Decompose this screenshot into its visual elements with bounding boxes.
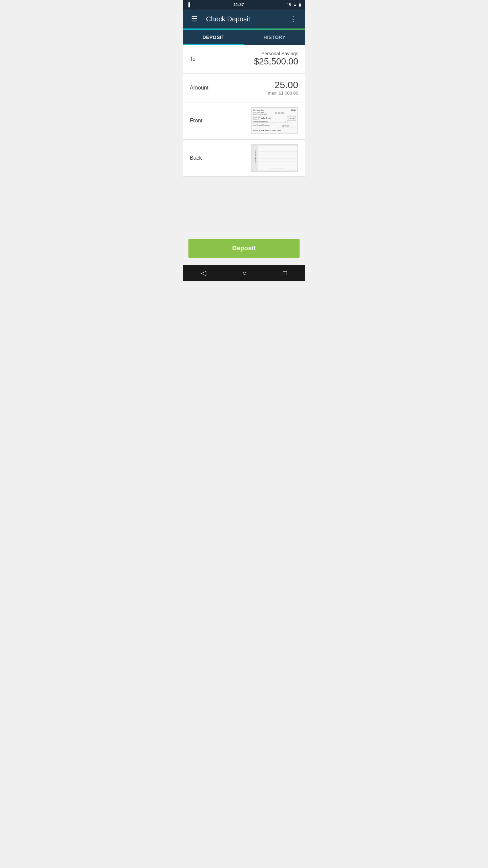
svg-text:⑆000030164⑆  000035297⑆  1000: ⑆000030164⑆ 000035297⑆ 1000 <box>253 130 281 132</box>
to-value-block: Personal Savings $25,500.00 <box>254 51 298 67</box>
back-check-image: For Mobile Deposit Endorse Here Do not w… <box>251 145 298 171</box>
tab-deposit[interactable]: DEPOSIT <box>183 30 244 45</box>
account-balance: $25,500.00 <box>254 56 298 67</box>
front-check-thumbnail[interactable]: Ms. Jane Doe 1234 Some Street Beach Town… <box>251 107 298 134</box>
svg-text:July 29, 2010: July 29, 2010 <box>275 112 284 114</box>
home-nav-icon: ○ <box>242 269 246 277</box>
recents-nav-button[interactable]: □ <box>274 267 295 280</box>
more-options-button[interactable]: ⋮ <box>287 12 300 26</box>
back-nav-icon: ◁ <box>201 269 206 277</box>
bottom-nav: ◁ ○ □ <box>183 265 305 281</box>
battery-icon: ▮ <box>299 3 301 7</box>
svg-text:Ms. Jane Doe: Ms. Jane Doe <box>253 109 264 111</box>
hamburger-icon: ☰ <box>191 15 198 23</box>
amount-label: Amount <box>190 85 208 91</box>
amount-field-row[interactable]: Amount 25.00 max: $1,000.00 <box>183 74 305 102</box>
status-time: 11:37 <box>233 2 244 7</box>
back-check-thumbnail[interactable]: For Mobile Deposit Endorse Here Do not w… <box>251 144 298 172</box>
bluetooth-icon: ʿB <box>287 3 291 7</box>
front-label: Front <box>190 118 202 124</box>
recents-nav-icon: □ <box>283 269 287 277</box>
wifi-icon: ▲ <box>293 3 297 7</box>
tab-history[interactable]: HISTORY <box>244 30 305 45</box>
svg-text:Signature: Signature <box>282 125 289 127</box>
svg-text:Dollars: Dollars <box>285 121 289 123</box>
svg-text:Twenty-five and 0/100: Twenty-five and 0/100 <box>253 121 268 123</box>
svg-text:$ 25.00: $ 25.00 <box>288 118 295 120</box>
account-name: Personal Savings <box>254 51 298 56</box>
amount-max: max: $1,000.00 <box>268 91 298 96</box>
home-nav-button[interactable]: ○ <box>234 267 255 280</box>
amount-value-block: 25.00 max: $1,000.00 <box>268 80 298 96</box>
svg-text:John Smith: John Smith <box>261 117 271 119</box>
svg-text:Endorse Here: Endorse Here <box>255 157 256 164</box>
back-nav-button[interactable]: ◁ <box>193 266 214 280</box>
svg-text:Your Financial Institution: Your Financial Institution <box>253 124 270 126</box>
svg-rect-20 <box>251 145 298 171</box>
to-label: To <box>190 56 196 62</box>
menu-button[interactable]: ☰ <box>188 12 201 26</box>
amount-value: 25.00 <box>268 80 298 91</box>
bottom-area: Deposit <box>183 177 305 265</box>
svg-text:1000: 1000 <box>291 109 296 111</box>
tabs-container: DEPOSIT HISTORY <box>183 30 305 45</box>
front-check-row[interactable]: Front Ms. Jane Doe 1234 Some Street Beac… <box>183 102 305 139</box>
back-check-row[interactable]: Back For Mobile Deposit Endorse Here Do … <box>183 140 305 177</box>
more-icon: ⋮ <box>289 15 297 23</box>
deposit-button[interactable]: Deposit <box>188 239 300 258</box>
app-bar: ☰ Check Deposit ⋮ <box>183 9 305 28</box>
to-field-row[interactable]: To Personal Savings $25,500.00 <box>183 45 305 73</box>
signal-icon: ▐ <box>187 2 190 7</box>
status-bar-left: ▐ <box>187 2 190 7</box>
svg-text:Do not write below this line: Do not write below this line <box>270 168 286 170</box>
svg-text:Beach Town, CA 12345: Beach Town, CA 12345 <box>253 113 267 115</box>
back-label: Back <box>190 155 202 161</box>
front-check-image: Ms. Jane Doe 1234 Some Street Beach Town… <box>251 107 298 134</box>
svg-text:Order of: Order of <box>253 118 259 120</box>
page-title: Check Deposit <box>206 15 287 23</box>
svg-text:Pay to the: Pay to the <box>253 116 260 118</box>
status-bar: ▐ 11:37 ʿB ▲ ▮ <box>183 0 305 9</box>
status-bar-right: ʿB ▲ ▮ <box>287 3 301 7</box>
